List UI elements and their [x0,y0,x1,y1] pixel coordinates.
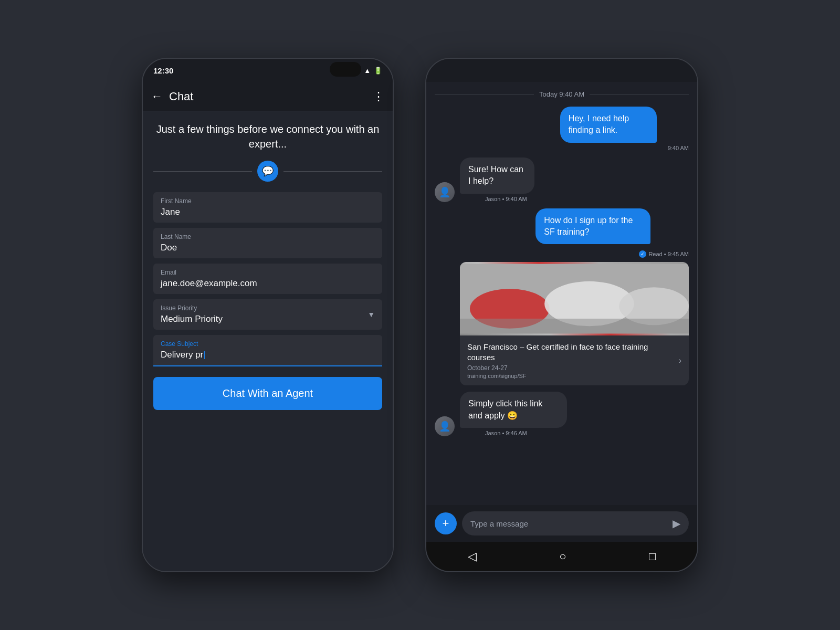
message-row-5: 👤 Simply click this link and apply 😀 Jas… [435,392,689,436]
right-phone: Today 9:40 AM Hey, I need help finding a… [425,58,698,572]
date-divider: Today 9:40 AM [435,90,689,98]
chat-bubble-icon: 💬 [257,161,278,182]
email-label: Email [161,269,375,276]
link-card-title: San Francisco – Get certified in face to… [467,342,675,362]
add-button[interactable]: + [435,512,457,534]
sender-time-val-1: 9:40 AM [506,196,527,202]
nav-recent-icon[interactable]: □ [649,550,656,563]
message-row-2: 👤 Sure! How can I help? Jason • 9:40 AM [435,158,689,202]
jason-avatar-1: 👤 [435,182,455,202]
date-label: Today 9:40 AM [539,90,584,98]
jason-avatar-2: 👤 [435,416,455,436]
back-button[interactable]: ← [151,90,163,103]
bubble-text-2: Sure! How can I help? [468,165,523,185]
send-button[interactable]: ▶ [673,517,680,530]
bubble-text-3: How do I sign up for the SF training? [544,216,633,236]
bubble-received-2: Simply click this link and apply 😀 [460,392,567,428]
link-card-body: San Francisco – Get certified in face to… [460,335,689,385]
bubble-received-1: Sure! How can I help? [460,158,534,194]
message-input[interactable]: Type a message ▶ [462,511,689,536]
read-status: ✓ Read • 9:45 AM [435,250,689,258]
message-sender-2: Jason • 9:46 AM [485,430,603,436]
first-name-label: First Name [161,197,375,205]
chat-content: Today 9:40 AM Hey, I need help finding a… [426,82,697,505]
bubble-text-5: Simply click this link and apply 😀 [468,399,542,419]
link-card[interactable]: San Francisco – Get certified in face to… [460,262,689,385]
case-subject-field[interactable]: Case Subject Delivery pr [153,335,382,366]
email-field[interactable]: Email jane.doe@example.com [153,264,382,294]
email-value: jane.doe@example.com [161,278,375,289]
last-name-field[interactable]: Last Name Doe [153,228,382,258]
priority-label: Issue Priority [161,304,368,312]
sender-name-2: Jason [485,430,500,436]
chat-with-agent-button[interactable]: Chat With an Agent [153,377,382,410]
link-card-text: San Francisco – Get certified in face to… [467,342,675,379]
input-bar: + Type a message ▶ [426,505,697,542]
status-bar-right [426,59,697,82]
link-card-url: training.com/signup/SF [467,373,675,379]
read-text: Read • 9:45 AM [648,251,689,257]
last-name-label: Last Name [161,233,375,240]
divider-row: 💬 [153,161,382,182]
sender-time-2: 9:46 AM [506,430,527,436]
signal-icon: ▲ [364,67,371,75]
status-time: 12:30 [153,66,173,75]
first-name-field[interactable]: First Name Jane [153,192,382,223]
bubble-text-1: Hey, I need help finding a link. [569,114,629,134]
case-subject-label: Case Subject [161,340,375,348]
link-card-image [460,262,689,335]
bubble-emoji: 💬 [262,165,274,177]
battery-icon: 🔋 [374,67,382,75]
intro-text: Just a few things before we connect you … [153,122,382,151]
priority-value: Medium Priority [161,314,368,324]
divider-right [284,171,382,172]
input-placeholder: Type a message [470,519,528,528]
avatar-img-1: 👤 [435,182,455,202]
dropdown-arrow-icon: ▼ [368,310,375,319]
nav-bar: ◁ ○ □ [426,542,697,571]
date-line-left [435,94,534,94]
header-title: Chat [169,90,373,103]
read-check-icon: ✓ [639,250,646,258]
message-sender-1: Jason • 9:40 AM [485,196,559,202]
svg-rect-4 [460,319,689,333]
shoe-image [460,262,689,335]
message-row-3: How do I sign up for the SF training? [435,208,689,245]
link-card-date: October 24-27 [467,364,675,372]
camera-bump [330,62,361,77]
menu-button[interactable]: ⋮ [373,90,384,103]
date-line-right [590,94,689,94]
first-name-value: Jane [161,207,375,217]
case-subject-value: Delivery pr [161,350,375,360]
link-card-arrow-icon: › [679,356,681,365]
priority-field[interactable]: Issue Priority Medium Priority ▼ [153,299,382,330]
bubble-sent-2: How do I sign up for the SF training? [536,208,650,245]
sender-name-1: Jason [485,196,500,202]
form-content: Just a few things before we connect you … [143,111,393,571]
avatar-img-2: 👤 [435,416,455,436]
message-time-1: 9:40 AM [560,145,689,151]
intro-section: Just a few things before we connect you … [153,122,382,182]
message-row-1: Hey, I need help finding a link. 9:40 AM [435,107,689,151]
left-phone: 12:30 ▼ ▲ 🔋 ← Chat ⋮ Just a few things b… [142,58,394,572]
nav-home-icon[interactable]: ○ [559,550,566,563]
last-name-value: Doe [161,243,375,253]
nav-back-icon[interactable]: ◁ [468,550,477,563]
bubble-sent-1: Hey, I need help finding a link. [560,107,657,143]
chat-header: ← Chat ⋮ [143,82,393,111]
divider-left [153,171,252,172]
shoe-svg [460,262,689,335]
